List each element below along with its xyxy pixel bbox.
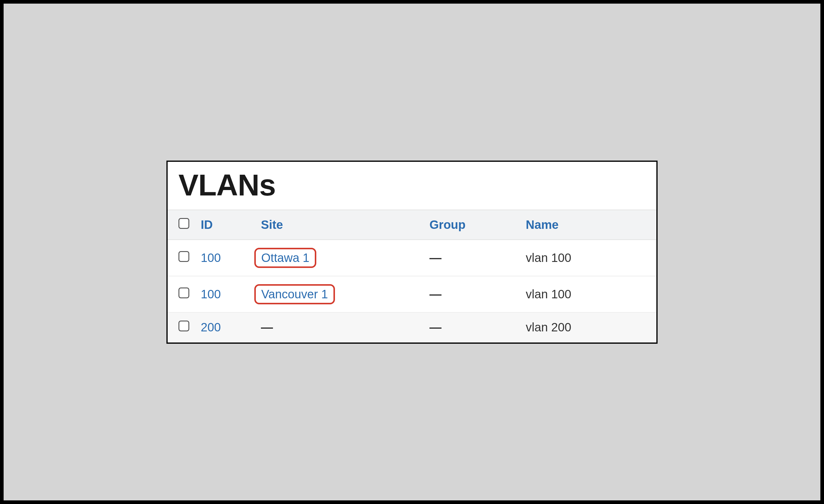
row-checkbox-cell (168, 276, 195, 312)
page-title: VLANs (168, 168, 656, 210)
row-name-cell: vlan 100 (520, 276, 656, 312)
table-row: 200 — — vlan 200 (168, 312, 656, 342)
vlan-id-link[interactable]: 100 (201, 287, 221, 301)
vlan-id-link[interactable]: 100 (201, 251, 221, 264)
header-id[interactable]: ID (195, 210, 255, 240)
row-name-cell: vlan 100 (520, 240, 656, 276)
row-checkbox[interactable] (179, 287, 189, 298)
header-site[interactable]: Site (255, 210, 423, 240)
name-value: vlan 100 (526, 287, 571, 301)
row-site-cell: Ottawa 1 (255, 240, 423, 276)
table-row: 100 Ottawa 1 — vlan 100 (168, 240, 656, 276)
vlans-panel: VLANs ID Site Group Name (167, 160, 657, 344)
name-value: vlan 200 (526, 321, 571, 334)
site-link[interactable]: Vancouver 1 (261, 287, 328, 301)
row-checkbox[interactable] (179, 321, 189, 332)
row-id-cell: 100 (195, 276, 255, 312)
table-header-row: ID Site Group Name (168, 210, 656, 240)
row-site-cell: Vancouver 1 (255, 276, 423, 312)
site-highlight: Vancouver 1 (254, 284, 335, 304)
site-link[interactable]: Ottawa 1 (261, 251, 309, 264)
select-all-checkbox[interactable] (179, 218, 189, 229)
vlans-table: ID Site Group Name 100 (168, 210, 656, 343)
row-id-cell: 100 (195, 240, 255, 276)
group-value: — (429, 251, 441, 264)
header-checkbox-cell (168, 210, 195, 240)
group-value: — (429, 287, 441, 301)
row-site-cell: — (255, 312, 423, 342)
site-highlight: Ottawa 1 (254, 248, 316, 268)
row-name-cell: vlan 200 (520, 312, 656, 342)
table-body: 100 Ottawa 1 — vlan 100 (168, 240, 656, 342)
row-group-cell: — (423, 312, 520, 342)
row-checkbox[interactable] (179, 251, 189, 262)
row-checkbox-cell (168, 240, 195, 276)
row-id-cell: 200 (195, 312, 255, 342)
name-value: vlan 100 (526, 251, 571, 264)
row-group-cell: — (423, 276, 520, 312)
group-value: — (429, 321, 441, 334)
vlan-id-link[interactable]: 200 (201, 321, 221, 334)
site-value: — (261, 321, 273, 334)
row-checkbox-cell (168, 312, 195, 342)
outer-frame: VLANs ID Site Group Name (0, 0, 824, 504)
header-group[interactable]: Group (423, 210, 520, 240)
table-row: 100 Vancouver 1 — vlan 100 (168, 276, 656, 312)
header-name[interactable]: Name (520, 210, 656, 240)
row-group-cell: — (423, 240, 520, 276)
